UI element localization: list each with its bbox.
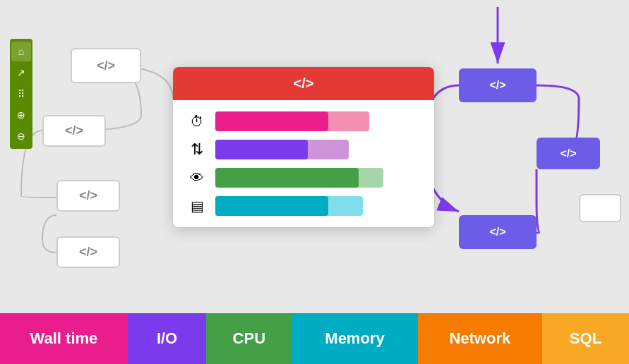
popup-header: </>	[173, 67, 434, 100]
code-tag-icon: </>	[489, 79, 505, 92]
code-tag-icon: </>	[65, 123, 83, 138]
io-icon: ⇅	[187, 140, 207, 159]
toolbar-plus-btn[interactable]: ⊕	[11, 105, 31, 125]
toolbar-home-btn[interactable]: ⌂	[11, 42, 31, 61]
metric-row-memory: ▤	[187, 196, 420, 216]
node-bottom-left-2[interactable]: </>	[56, 236, 120, 268]
main-diagram-area: ⌂ ↗ ⠿ ⊕ ⊖ </> </> </> </> </> </> </> </…	[0, 0, 629, 313]
code-tag-icon: </>	[97, 59, 115, 73]
toolbar-expand-btn[interactable]: ↗	[11, 63, 31, 83]
metric-row-cpu: 👁	[187, 168, 420, 188]
memory-bar	[215, 196, 420, 216]
legend-cpu[interactable]: CPU	[206, 313, 292, 364]
node-purple-mid[interactable]: </>	[537, 138, 600, 169]
toolbar-grid-btn[interactable]: ⠿	[11, 84, 31, 104]
code-tag-icon: </>	[489, 226, 505, 238]
node-bottom-left-1[interactable]: </>	[56, 180, 120, 212]
code-tag-icon: </>	[560, 147, 576, 160]
code-tag-icon: </>	[79, 188, 97, 203]
toolbar: ⌂ ↗ ⠿ ⊕ ⊖	[10, 39, 32, 149]
popup-card: </> ⏱ ⇅ 👁	[173, 67, 434, 227]
cpu-icon: 👁	[187, 168, 207, 188]
legend-wall-time[interactable]: Wall time	[0, 313, 128, 364]
wall-time-bar	[215, 111, 420, 131]
code-tag-icon: </>	[79, 245, 97, 260]
node-white-right	[579, 194, 621, 222]
legend-memory[interactable]: Memory	[292, 313, 417, 364]
memory-icon: ▤	[187, 196, 207, 216]
popup-body: ⏱ ⇅ 👁	[173, 100, 434, 227]
legend-bar: Wall time I/O CPU Memory Network SQL	[0, 313, 629, 364]
node-mid-left[interactable]: </>	[42, 115, 106, 147]
cpu-bar	[215, 168, 420, 188]
legend-sql[interactable]: SQL	[542, 313, 629, 364]
io-bar	[215, 140, 420, 159]
metric-row-walltime: ⏱	[187, 111, 420, 131]
node-top-left[interactable]: </>	[71, 48, 141, 83]
legend-io[interactable]: I/O	[128, 313, 206, 364]
toolbar-minus-btn[interactable]: ⊖	[11, 126, 31, 146]
node-purple-top[interactable]: </>	[459, 68, 537, 102]
node-purple-bottom[interactable]: </>	[459, 215, 537, 249]
metric-row-io: ⇅	[187, 140, 420, 159]
legend-network[interactable]: Network	[418, 313, 542, 364]
wall-time-icon: ⏱	[187, 111, 207, 131]
